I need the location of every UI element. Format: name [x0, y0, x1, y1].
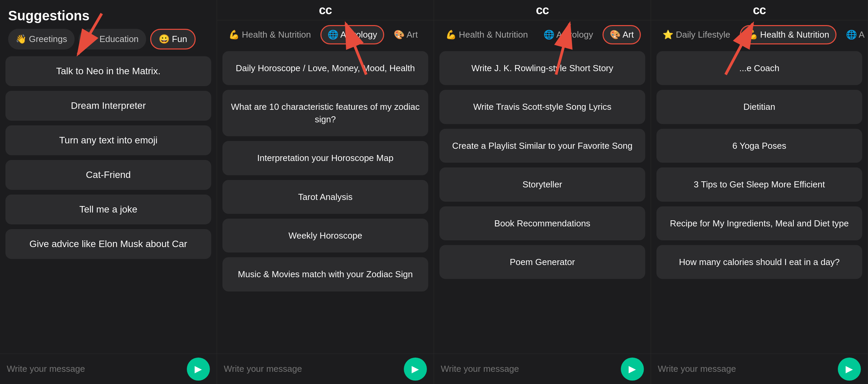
list-item[interactable]: Recipe for My Ingredients, Meal and Diet… — [656, 206, 862, 240]
message-input[interactable] — [7, 364, 182, 374]
send-icon: ▶ — [629, 363, 636, 375]
send-icon: ▶ — [195, 363, 202, 375]
topbar-title: cc — [753, 3, 766, 17]
message-input[interactable] — [658, 364, 833, 374]
list-item[interactable]: Book Recommendations — [439, 206, 645, 240]
panel-topbar: cc — [651, 0, 868, 20]
panel-topbar: cc — [434, 0, 651, 20]
list-item[interactable]: Write J. K. Rowling-style Short Story — [439, 51, 645, 85]
list-item[interactable]: Daily Horoscope / Love, Money, Mood, Hea… — [222, 51, 428, 85]
tab-a[interactable]: 🌐 A — [840, 26, 868, 43]
tabs-row: 💪 Health & Nutrition 🌐 Astrology 🎨 Art — [217, 20, 434, 48]
list-item[interactable]: Storyteller — [439, 167, 645, 201]
message-bar: ▶ — [0, 353, 217, 384]
list-item[interactable]: Create a Playlist Similar to your Favori… — [439, 129, 645, 163]
education-chip[interactable]: 🎓 Education — [79, 29, 146, 49]
panel-astrology: cc 💪 Health & Nutrition 🌐 Astrology 🎨 Ar… — [217, 0, 434, 384]
message-bar: ▶ — [651, 353, 868, 384]
list-item[interactable]: 3 Tips to Get Sleep More Efficient — [656, 167, 862, 201]
filter-chips-row: 👋 Greetings 🎓 Education 😀 Fun — [0, 29, 217, 56]
content-list: Daily Horoscope / Love, Money, Mood, Hea… — [217, 48, 434, 353]
list-item[interactable]: Dietitian — [656, 90, 862, 124]
content-list: ...e Coach Dietitian 6 Yoga Poses 3 Tips… — [651, 48, 868, 353]
send-button[interactable]: ▶ — [838, 358, 861, 381]
list-item[interactable]: Music & Movies match with your Zodiac Si… — [222, 257, 428, 291]
tab-art[interactable]: 🎨 Art — [388, 26, 424, 43]
list-item[interactable]: Interpretation your Horoscope Map — [222, 141, 428, 175]
list-item[interactable]: ...e Coach — [656, 51, 862, 85]
greetings-chip[interactable]: 👋 Greetings — [8, 29, 75, 49]
list-item[interactable]: Give advice like Elon Musk about Car — [5, 229, 211, 259]
list-item[interactable]: Cat-Friend — [5, 160, 211, 190]
message-input[interactable] — [441, 364, 616, 374]
fun-chip[interactable]: 😀 Fun — [150, 29, 196, 49]
list-item[interactable]: Turn any text into emoji — [5, 125, 211, 155]
tabs-row: ⭐ Daily Lifestyle 💪 Health & Nutrition 🌐… — [651, 20, 868, 48]
list-item[interactable]: Tarot Analysis — [222, 180, 428, 214]
tab-astrology[interactable]: 🌐 Astrology — [320, 25, 384, 44]
list-item[interactable]: Dream Interpreter — [5, 91, 211, 121]
send-icon: ▶ — [412, 363, 419, 375]
topbar-title: cc — [536, 3, 549, 17]
list-item[interactable]: Weekly Horoscope — [222, 219, 428, 252]
send-button[interactable]: ▶ — [621, 358, 644, 381]
list-item[interactable]: What are 10 characteristic features of m… — [222, 90, 428, 136]
tab-health-nutrition[interactable]: 💪 Health & Nutrition — [740, 25, 836, 44]
suggestions-list: Talk to Neo in the Matrix. Dream Interpr… — [0, 56, 217, 353]
message-bar: ▶ — [434, 353, 651, 384]
content-list: Write J. K. Rowling-style Short Story Wr… — [434, 48, 651, 353]
panel-topbar: cc — [217, 0, 434, 20]
list-item[interactable]: 6 Yoga Poses — [656, 129, 862, 163]
list-item[interactable]: How many calories should I eat in a day? — [656, 245, 862, 279]
suggestions-title: Suggestions — [0, 0, 217, 29]
list-item[interactable]: Poem Generator — [439, 245, 645, 279]
panel-fun: Suggestions 👋 Greetings 🎓 Education 😀 Fu… — [0, 0, 217, 384]
tab-daily-lifestyle[interactable]: ⭐ Daily Lifestyle — [656, 26, 736, 43]
list-item[interactable]: Tell me a joke — [5, 195, 211, 224]
panel-health: cc ⭐ Daily Lifestyle 💪 Health & Nutritio… — [651, 0, 868, 384]
panel-art: cc 💪 Health & Nutrition 🌐 Astrology 🎨 Ar… — [434, 0, 651, 384]
message-bar: ▶ — [217, 353, 434, 384]
tab-health-nutrition[interactable]: 💪 Health & Nutrition — [222, 26, 317, 43]
list-item[interactable]: Talk to Neo in the Matrix. — [5, 56, 211, 86]
message-input[interactable] — [224, 364, 399, 374]
tab-astrology[interactable]: 🌐 Astrology — [537, 26, 599, 43]
tabs-row: 💪 Health & Nutrition 🌐 Astrology 🎨 Art — [434, 20, 651, 48]
send-icon: ▶ — [846, 363, 853, 375]
send-button[interactable]: ▶ — [187, 358, 210, 381]
list-item[interactable]: Write Travis Scott-style Song Lyrics — [439, 90, 645, 124]
send-button[interactable]: ▶ — [404, 358, 427, 381]
topbar-title: cc — [319, 3, 332, 17]
tab-health-nutrition[interactable]: 💪 Health & Nutrition — [439, 26, 534, 43]
tab-art[interactable]: 🎨 Art — [603, 25, 641, 44]
